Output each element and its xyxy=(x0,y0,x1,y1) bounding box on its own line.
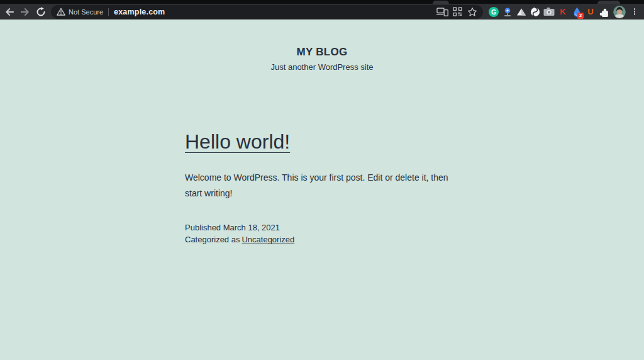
qr-code-icon xyxy=(453,7,462,16)
bookmark-button[interactable] xyxy=(465,5,480,19)
category-link[interactable]: Uncategorized xyxy=(242,235,294,244)
notification-badge: 2 xyxy=(577,13,584,19)
letter-u-icon: U xyxy=(587,7,593,16)
profile-button[interactable] xyxy=(611,4,628,20)
send-to-devices-button[interactable] xyxy=(435,5,450,19)
site-header: MY BLOG Just another WordPress site xyxy=(0,20,644,72)
browser-window: Not Secure example.com xyxy=(0,0,644,360)
kebab-menu-icon xyxy=(634,8,636,10)
forward-arrow-icon xyxy=(19,6,31,18)
letter-k-icon: K xyxy=(560,7,565,16)
post-body: Welcome to WordPress. This is your first… xyxy=(185,170,459,201)
browser-toolbar: Not Secure example.com xyxy=(0,4,644,20)
categorized-as-label: Categorized as xyxy=(185,235,240,244)
extension-swirl[interactable] xyxy=(528,4,542,20)
reload-button[interactable] xyxy=(33,4,48,20)
extension-camera[interactable] xyxy=(542,4,556,20)
extension-letter-u[interactable]: U xyxy=(584,4,597,20)
camera-icon xyxy=(543,7,555,16)
post-title-link[interactable]: Hello world! xyxy=(185,130,290,153)
extensions-menu-button[interactable] xyxy=(597,4,611,20)
forward-button[interactable] xyxy=(17,4,33,20)
security-label: Not Secure xyxy=(69,8,103,16)
puzzle-piece-icon xyxy=(599,7,609,17)
extension-blue-figure[interactable] xyxy=(501,4,514,20)
extension-grammarly[interactable]: G xyxy=(487,4,501,20)
profile-avatar xyxy=(613,6,626,18)
security-chip[interactable]: Not Secure xyxy=(57,8,103,16)
send-to-devices-icon xyxy=(436,8,448,16)
post-title: Hello world! xyxy=(185,130,459,154)
published-date: Published March 18, 2021 xyxy=(185,222,459,233)
grammarly-icon: G xyxy=(489,7,499,17)
tab-edge xyxy=(433,1,449,4)
extension-letter-k[interactable]: K xyxy=(556,4,570,20)
post-body-line: Welcome to WordPress. This is your first… xyxy=(185,170,459,186)
bookmark-star-icon xyxy=(467,7,477,17)
post-meta: Published March 18, 2021 Categorized asU… xyxy=(185,222,459,245)
extensions-cluster: G xyxy=(487,4,641,20)
reload-icon xyxy=(35,6,47,18)
address-bar[interactable]: Not Secure example.com xyxy=(51,5,483,19)
url-text[interactable]: example.com xyxy=(114,8,165,16)
page-viewport: MY BLOG Just another WordPress site Hell… xyxy=(0,20,644,360)
post-article: Hello world! Welcome to WordPress. This … xyxy=(185,130,459,245)
back-arrow-icon xyxy=(4,6,15,18)
site-tagline: Just another WordPress site xyxy=(0,62,644,72)
site-title[interactable]: MY BLOG xyxy=(0,46,644,59)
triangle-icon xyxy=(516,7,526,17)
extension-blue-drop[interactable]: 2 xyxy=(570,4,584,20)
not-secure-warning-icon xyxy=(57,8,65,16)
extension-triangle[interactable] xyxy=(514,4,528,20)
swirl-icon xyxy=(530,7,540,17)
blue-figure-icon xyxy=(502,7,513,17)
back-button[interactable] xyxy=(1,4,17,20)
category-line: Categorized asUncategorized xyxy=(185,233,459,245)
omnibox-divider xyxy=(108,8,109,16)
post-body-line: start writing! xyxy=(185,186,459,201)
browser-menu-button[interactable] xyxy=(628,4,641,20)
qr-code-button[interactable] xyxy=(450,5,465,19)
